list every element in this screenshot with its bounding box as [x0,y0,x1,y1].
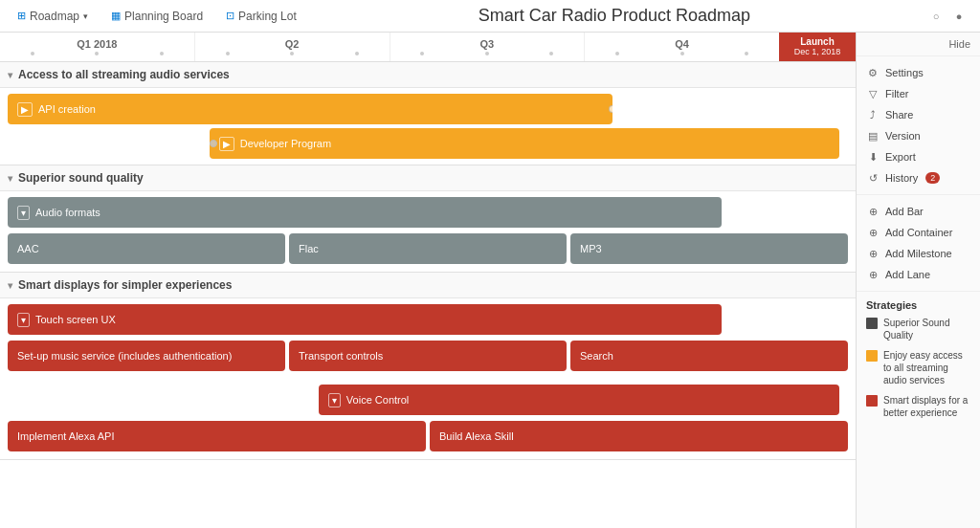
quarter-q3: Q3 [390,33,586,61]
voice-control-bar[interactable]: ▾ Voice Control [319,385,839,415]
history-icon: ↺ [866,171,880,185]
quarter-q4: Q4 [585,33,779,61]
audio-expand-icon[interactable]: ▾ [17,206,30,220]
hide-button[interactable]: Hide [948,38,970,50]
sidebar: Hide ⚙ Settings ▽ Filter ⤴ Share ▤ Versi… [856,33,980,528]
api-creation-wrapper: ▶ API creation [0,88,856,126]
search-bar[interactable]: Search [570,341,848,371]
strategy-color-displays [866,395,878,407]
sidebar-item-settings[interactable]: ⚙ Settings [866,62,970,83]
settings-icon: ⚙ [866,66,880,79]
section-streaming-header[interactable]: ▾ Access to all streaming audio services [0,62,856,88]
maximize-icon[interactable]: ● [949,7,969,26]
version-icon: ▤ [866,129,880,143]
chevron-streaming-icon: ▾ [8,70,12,80]
strategies-section: Strategies Superior Sound Quality Enjoy … [857,292,980,434]
roadmap-content[interactable]: Q1 2018 Q2 Q3 Q4 [0,33,856,528]
sidebar-menu-section: ⚙ Settings ▽ Filter ⤴ Share ▤ Version ⬇ [857,56,980,195]
add-container-label: Add Container [885,227,952,238]
section-sound: ▾ Superior sound quality ▾ Audio formats [0,165,856,273]
share-label: Share [885,109,913,121]
sidebar-item-filter[interactable]: ▽ Filter [866,83,970,104]
page-title: Smart Car Radio Product Roadmap [302,6,926,26]
app-container: ⊞ Roadmap ▾ ▦ Planning Board ⊡ Parking L… [0,0,980,528]
add-milestone-label: Add Milestone [885,248,952,259]
mp3-bar[interactable]: MP3 [570,233,848,264]
audio-formats-label: Audio formats [35,207,100,218]
roadmap-label: Roadmap [30,10,79,23]
api-creation-bar[interactable]: ▶ API creation [8,94,612,124]
parking-lot-nav-btn[interactable]: ⊡ Parking Lot [220,8,302,25]
sidebar-item-add-milestone[interactable]: ⊕ Add Milestone [866,243,970,264]
sidebar-item-add-lane[interactable]: ⊕ Add Lane [866,264,970,285]
touch-sub-bars: Set-up music service (includes authentic… [0,341,856,379]
content-inner: Q1 2018 Q2 Q3 Q4 [0,33,856,460]
sidebar-item-add-container[interactable]: ⊕ Add Container [866,222,970,243]
voice-control-label: Voice Control [346,394,409,406]
dev-expand-icon[interactable]: ▶ [219,137,234,151]
strategy-sound-label: Superior Sound Quality [883,317,970,341]
audio-sub-bars: AAC Flac MP3 [0,233,856,272]
section-sound-label: Superior sound quality [18,171,144,185]
audio-formats-wrapper: ▾ Audio formats [0,191,856,233]
export-icon: ⬇ [866,150,880,164]
dev-program-label: Developer Program [240,138,331,149]
flac-bar[interactable]: Flac [289,233,567,264]
sidebar-item-history[interactable]: ↺ History 2 [866,167,970,188]
dev-start-handle[interactable] [210,140,217,147]
sidebar-item-version[interactable]: ▤ Version [866,125,970,146]
section-displays-label: Smart displays for simpler experiences [18,278,232,292]
voice-control-wrapper: ▾ Voice Control [0,379,856,421]
strategy-streaming-label: Enjoy easy access to all streaming audio… [883,349,970,386]
dev-program-bar[interactable]: ▶ Developer Program [210,128,840,159]
section-streaming: ▾ Access to all streaming audio services… [0,62,856,165]
planning-board-nav-btn[interactable]: ▦ Planning Board [105,8,209,25]
filter-icon: ▽ [866,87,880,100]
alexa-skill-bar[interactable]: Build Alexa Skill [430,421,848,451]
touch-screen-bar[interactable]: ▾ Touch screen UX [8,304,722,335]
chevron-sound-icon: ▾ [8,173,12,184]
aac-label: AAC [17,243,39,254]
planning-board-label: Planning Board [124,10,203,23]
strategy-item-streaming: Enjoy easy access to all streaming audio… [866,349,970,386]
mp3-label: MP3 [580,243,602,254]
launch-date: Dec 1, 2018 [787,47,848,56]
quarter-q1: Q1 2018 [0,33,195,61]
add-container-icon: ⊕ [866,226,880,239]
touch-expand-icon[interactable]: ▾ [17,313,30,327]
section-sound-header[interactable]: ▾ Superior sound quality [0,165,856,191]
add-lane-label: Add Lane [885,269,930,280]
strategy-displays-label: Smart displays for a better experience [883,394,970,419]
sidebar-hide-section: Hide [857,33,980,56]
api-expand-icon[interactable]: ▶ [17,102,33,117]
strategy-item-displays: Smart displays for a better experience [866,394,970,419]
audio-formats-bar[interactable]: ▾ Audio formats [8,197,722,228]
history-badge: 2 [925,172,940,184]
transport-controls-bar[interactable]: Transport controls [289,341,567,371]
sidebar-item-add-bar[interactable]: ⊕ Add Bar [866,201,970,222]
main-content: Q1 2018 Q2 Q3 Q4 [0,33,980,528]
nav-buttons: ⊞ Roadmap ▾ ▦ Planning Board ⊡ Parking L… [11,8,302,25]
roadmap-icon: ⊞ [17,10,26,22]
api-end-handle[interactable] [609,105,612,113]
roadmap-nav-btn[interactable]: ⊞ Roadmap ▾ [11,8,94,25]
chevron-displays-icon: ▾ [8,280,12,291]
sidebar-item-export[interactable]: ⬇ Export [866,146,970,167]
restore-icon[interactable]: ○ [926,7,946,26]
alexa-api-bar[interactable]: Implement Alexa API [8,421,426,451]
sidebar-item-share[interactable]: ⤴ Share [866,104,970,125]
filter-label: Filter [885,88,908,99]
section-displays-header[interactable]: ▾ Smart displays for simpler experiences [0,273,856,298]
voice-expand-icon[interactable]: ▾ [328,393,341,407]
flac-label: Flac [299,243,319,254]
aac-bar[interactable]: AAC [8,233,285,264]
setup-music-bar[interactable]: Set-up music service (includes authentic… [8,341,285,371]
history-label: History [885,172,918,184]
alexa-skill-label: Build Alexa Skill [439,430,514,442]
add-bar-icon: ⊕ [866,205,880,218]
timeline-header: Q1 2018 Q2 Q3 Q4 [0,33,856,62]
section-streaming-label: Access to all streaming audio services [18,68,230,81]
setup-music-label: Set-up music service (includes authentic… [17,350,232,362]
alexa-api-label: Implement Alexa API [17,430,115,442]
version-label: Version [885,130,921,142]
